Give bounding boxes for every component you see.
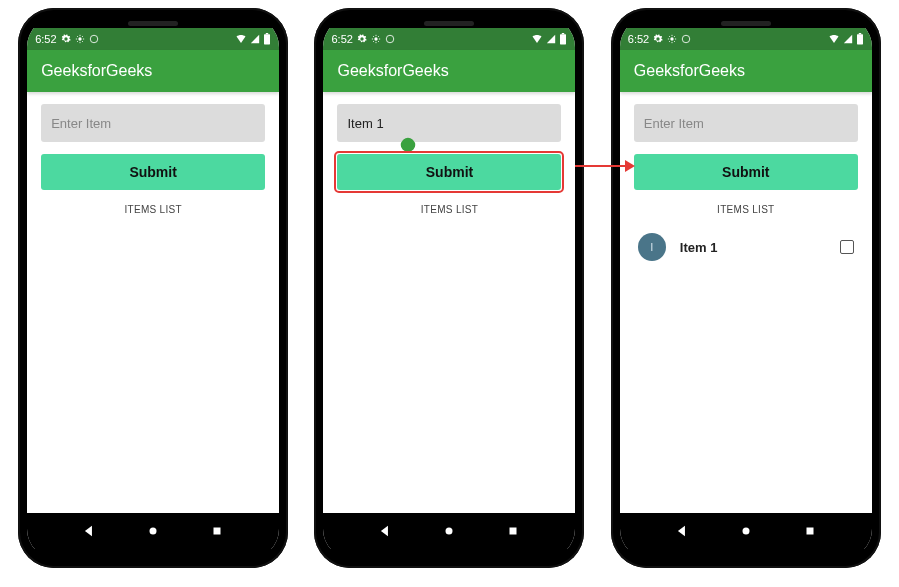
input-placeholder: Enter Item <box>644 116 704 131</box>
app-title: GeeksforGeeks <box>337 62 448 80</box>
items-list-header: ITEMS LIST <box>634 204 858 215</box>
sun-icon <box>75 34 85 44</box>
wifi-icon <box>531 34 543 44</box>
screen: 6:52 GeeksforGeeks E <box>27 28 279 549</box>
home-icon[interactable] <box>146 524 160 538</box>
speaker-slot <box>721 21 771 26</box>
content-area: Enter Item Submit ITEMS LIST <box>27 92 279 513</box>
status-bar: 6:52 <box>27 28 279 50</box>
svg-point-10 <box>446 528 453 535</box>
status-time: 6:52 <box>331 33 352 45</box>
back-icon[interactable] <box>675 524 689 538</box>
svg-rect-2 <box>264 34 270 44</box>
submit-button[interactable]: Submit <box>337 154 561 190</box>
sun-icon <box>667 34 677 44</box>
input-value: Item 1 <box>347 116 383 131</box>
gear-icon <box>61 34 71 44</box>
signal-icon <box>843 34 853 44</box>
items-list: I Item 1 <box>634 227 858 267</box>
item-input[interactable]: Enter Item <box>41 104 265 142</box>
screen: 6:52 GeeksforGeeks E <box>620 28 872 549</box>
app-bar: GeeksforGeeks <box>27 50 279 92</box>
submit-button[interactable]: Submit <box>41 154 265 190</box>
app-title: GeeksforGeeks <box>634 62 745 80</box>
status-bar: 6:52 <box>323 28 575 50</box>
home-icon[interactable] <box>442 524 456 538</box>
sync-icon <box>385 34 395 44</box>
system-nav-bar <box>620 513 872 549</box>
items-list-header: ITEMS LIST <box>41 204 265 215</box>
app-bar: GeeksforGeeks <box>620 50 872 92</box>
signal-icon <box>546 34 556 44</box>
submit-button[interactable]: Submit <box>634 154 858 190</box>
phone-inner: 6:52 GeeksforGeeks E <box>27 17 279 559</box>
home-icon[interactable] <box>739 524 753 538</box>
app-title: GeeksforGeeks <box>41 62 152 80</box>
svg-rect-11 <box>510 528 517 535</box>
battery-icon <box>856 33 864 45</box>
svg-point-12 <box>671 37 674 40</box>
phone-inner: 6:52 GeeksforGeeks I <box>323 17 575 559</box>
svg-rect-8 <box>560 34 566 44</box>
status-time: 6:52 <box>628 33 649 45</box>
gear-icon <box>653 34 663 44</box>
submit-label: Submit <box>129 164 176 180</box>
wifi-icon <box>828 34 840 44</box>
items-list-header: ITEMS LIST <box>337 204 561 215</box>
recent-icon[interactable] <box>506 524 520 538</box>
text-cursor-handle[interactable] <box>399 135 419 155</box>
phone-inner: 6:52 GeeksforGeeks E <box>620 17 872 559</box>
svg-rect-3 <box>266 33 268 34</box>
chin <box>27 549 279 559</box>
svg-rect-17 <box>806 528 813 535</box>
system-nav-bar <box>27 513 279 549</box>
item-avatar: I <box>638 233 666 261</box>
sun-icon <box>371 34 381 44</box>
recent-icon[interactable] <box>803 524 817 538</box>
svg-point-6 <box>374 37 377 40</box>
avatar-letter: I <box>650 241 653 253</box>
item-input[interactable]: Item 1 <box>337 104 561 142</box>
status-bar: 6:52 <box>620 28 872 50</box>
input-placeholder: Enter Item <box>51 116 111 131</box>
svg-point-0 <box>78 37 81 40</box>
phones-container: 6:52 GeeksforGeeks E <box>0 0 899 568</box>
submit-label: Submit <box>426 164 473 180</box>
item-checkbox[interactable] <box>840 240 854 254</box>
battery-icon <box>559 33 567 45</box>
screen: 6:52 GeeksforGeeks I <box>323 28 575 549</box>
svg-point-7 <box>386 35 394 43</box>
sync-icon <box>89 34 99 44</box>
svg-rect-14 <box>857 34 863 44</box>
battery-icon <box>263 33 271 45</box>
speaker-slot <box>424 21 474 26</box>
recent-icon[interactable] <box>210 524 224 538</box>
chin <box>620 549 872 559</box>
app-bar: GeeksforGeeks <box>323 50 575 92</box>
content-area: Enter Item Submit ITEMS LIST I Item 1 <box>620 92 872 513</box>
content-area: Item 1 Submit ITEMS LIST <box>323 92 575 513</box>
speaker-slot <box>128 21 178 26</box>
back-icon[interactable] <box>82 524 96 538</box>
phone-frame-1: 6:52 GeeksforGeeks E <box>18 8 288 568</box>
svg-rect-5 <box>214 528 221 535</box>
system-nav-bar <box>323 513 575 549</box>
item-label: Item 1 <box>680 240 826 255</box>
back-icon[interactable] <box>378 524 392 538</box>
list-item[interactable]: I Item 1 <box>634 227 858 267</box>
svg-rect-9 <box>562 33 564 34</box>
sync-icon <box>681 34 691 44</box>
status-time: 6:52 <box>35 33 56 45</box>
svg-point-1 <box>90 35 98 43</box>
submit-label: Submit <box>722 164 769 180</box>
item-input[interactable]: Enter Item <box>634 104 858 142</box>
phone-frame-2: 6:52 GeeksforGeeks I <box>314 8 584 568</box>
svg-point-16 <box>742 528 749 535</box>
gear-icon <box>357 34 367 44</box>
svg-point-4 <box>150 528 157 535</box>
signal-icon <box>250 34 260 44</box>
phone-frame-3: 6:52 GeeksforGeeks E <box>611 8 881 568</box>
chin <box>323 549 575 559</box>
svg-point-13 <box>682 35 690 43</box>
wifi-icon <box>235 34 247 44</box>
